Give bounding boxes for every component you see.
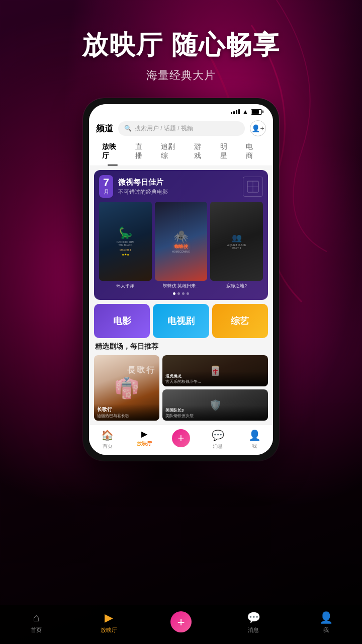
poster-label-quiet: 寂静之地2 bbox=[226, 283, 247, 289]
drama-card-sub1[interactable]: 🀄 追虎擒龙 古天乐的权钱斗争... bbox=[162, 355, 268, 386]
category-tv-label: 电视剧 bbox=[167, 315, 195, 327]
drama-sub2-label: 美国队长3 bbox=[165, 408, 265, 413]
page-content: 放映厅 随心畅享 海量经典大片 ▲ bbox=[0, 0, 362, 644]
battery-icon bbox=[251, 109, 262, 115]
poster-img-quiet: 👥 A QUIET PLACE PART II bbox=[210, 202, 263, 281]
posters-row: 🦕 PACIFIC RIM THE BLACK MARCH 4 ★★★ bbox=[99, 202, 263, 289]
content-area: 7 月 微视每日佳片 不可错过的经典电影 bbox=[89, 166, 273, 425]
poster-item-spider[interactable]: 🕷️ 蜘蛛侠 HOMECOMING 蜘蛛侠:英雄归来... bbox=[155, 202, 208, 289]
phone-nav-me[interactable]: 👤 我 bbox=[236, 429, 273, 450]
phone-nav-fangying[interactable]: ▶ 放映厅 bbox=[126, 429, 162, 450]
date-num: 7 bbox=[103, 177, 109, 188]
drama-sub-column: 🀄 追虎擒龙 古天乐的权钱斗争... 🛡 bbox=[162, 355, 268, 421]
drama-sub1-label: 追虎擒龙 bbox=[165, 373, 265, 379]
message-label: 消息 bbox=[213, 443, 223, 450]
section-header: 精选剧场，每日推荐 bbox=[94, 342, 268, 351]
drama-main-info: 长歌行 迪丽热巴与君长歌 bbox=[94, 404, 159, 421]
drama-card-main[interactable]: 長歌行 👘 长歌行 迪丽热巴与君长歌 bbox=[94, 355, 159, 421]
app-header: 频道 🔍 搜索用户 / 话题 / 视频 👤+ bbox=[89, 117, 273, 140]
categories: 电影 电视剧 综艺 bbox=[94, 304, 268, 338]
category-tv[interactable]: 电视剧 bbox=[153, 304, 209, 338]
poster-item-quiet[interactable]: 👥 A QUIET PLACE PART II 寂静之地2 bbox=[210, 202, 263, 289]
tab-ecommerce[interactable]: 电商 bbox=[240, 140, 266, 163]
drama-main-cast: 迪丽热巴与君长歌 bbox=[97, 413, 156, 419]
status-icons: ▲ bbox=[231, 108, 262, 115]
dot-1 bbox=[173, 292, 175, 295]
phone-mockup: ▲ 频道 🔍 搜索用户 / 话题 / 视频 👤+ 放映厅 bbox=[83, 98, 279, 461]
user-add-icon: 👤+ bbox=[251, 124, 264, 132]
signal-bars-icon bbox=[231, 109, 240, 114]
dot-4 bbox=[187, 292, 189, 295]
drama-sub2-info: 美国队长3 美队钢铁侠决裂 bbox=[162, 406, 268, 421]
home-icon: 🏠 bbox=[101, 429, 114, 441]
featured-header: 7 月 微视每日佳片 不可错过的经典电影 bbox=[99, 175, 263, 198]
phone-screen: ▲ 频道 🔍 搜索用户 / 话题 / 视频 👤+ 放映厅 bbox=[89, 104, 273, 455]
poster-label-pacific: 环太平洋 bbox=[116, 283, 134, 289]
poster-label-spider: 蜘蛛侠:英雄归来... bbox=[163, 283, 200, 289]
date-badge: 7 月 bbox=[99, 175, 113, 198]
phone-nav-message[interactable]: 💬 消息 bbox=[200, 429, 236, 450]
featured-card[interactable]: 7 月 微视每日佳片 不可错过的经典电影 bbox=[94, 170, 268, 300]
status-bar: ▲ bbox=[89, 104, 273, 117]
featured-desc: 不可错过的经典电影 bbox=[118, 188, 238, 196]
poster-item-pacific[interactable]: 🦕 PACIFIC RIM THE BLACK MARCH 4 ★★★ bbox=[99, 202, 152, 289]
me-label: 我 bbox=[252, 443, 257, 450]
date-unit: 月 bbox=[103, 188, 109, 196]
message-icon: 💬 bbox=[212, 429, 224, 441]
fangying-nav-label: 放映厅 bbox=[137, 440, 152, 447]
wifi-icon: ▲ bbox=[242, 108, 248, 115]
featured-logo bbox=[243, 177, 263, 197]
drama-sub1-info: 追虎擒龙 古天乐的权钱斗争... bbox=[162, 371, 268, 386]
drama-main-name: 长歌行 bbox=[97, 406, 156, 413]
featured-info: 微视每日佳片 不可错过的经典电影 bbox=[118, 178, 238, 196]
app-header-title: 频道 bbox=[96, 123, 113, 134]
hero-subtitle: 海量经典大片 bbox=[146, 68, 216, 83]
search-icon: 🔍 bbox=[124, 125, 132, 132]
phone-nav-plus[interactable]: + bbox=[162, 429, 199, 450]
drama-card-sub2[interactable]: 🛡️ 美国队长3 美队钢铁侠决裂 bbox=[162, 389, 268, 421]
search-bar[interactable]: 🔍 搜索用户 / 话题 / 视频 bbox=[118, 121, 245, 136]
featured-title: 微视每日佳片 bbox=[118, 178, 238, 187]
user-add-button[interactable]: 👤+ bbox=[250, 120, 266, 136]
drama-sub1-cast: 古天乐的权钱斗争... bbox=[165, 379, 265, 384]
dot-3 bbox=[182, 292, 185, 295]
phone-bottom-nav: 🏠 首页 ▶ 放映厅 + 💬 消息 👤 我 bbox=[89, 425, 273, 455]
search-placeholder-text: 搜索用户 / 话题 / 视频 bbox=[135, 124, 193, 133]
tab-fangying[interactable]: 放映厅 bbox=[96, 140, 129, 163]
plus-button[interactable]: + bbox=[172, 429, 190, 447]
phone-nav-home[interactable]: 🏠 首页 bbox=[89, 429, 126, 450]
dot-2 bbox=[177, 292, 180, 295]
fangying-icon: ▶ bbox=[141, 429, 147, 439]
category-movie-label: 电影 bbox=[113, 315, 131, 327]
tab-dramas[interactable]: 追剧综 bbox=[155, 140, 188, 163]
tab-games[interactable]: 游戏 bbox=[188, 140, 214, 163]
drama-sub2-cast: 美队钢铁侠决裂 bbox=[165, 413, 265, 419]
hero-title: 放映厅 随心畅享 bbox=[82, 28, 280, 63]
category-variety-label: 综艺 bbox=[231, 315, 249, 327]
poster-img-spider: 🕷️ 蜘蛛侠 HOMECOMING bbox=[155, 202, 208, 281]
nav-tabs: 放映厅 直播 追剧综 游戏 明星 电商 bbox=[89, 140, 273, 166]
home-label: 首页 bbox=[103, 443, 113, 450]
tab-live[interactable]: 直播 bbox=[129, 140, 155, 163]
category-movie[interactable]: 电影 bbox=[94, 304, 150, 338]
tab-stars[interactable]: 明星 bbox=[214, 140, 240, 163]
carousel-dots bbox=[99, 292, 263, 295]
poster-img-pacific: 🦕 PACIFIC RIM THE BLACK MARCH 4 ★★★ bbox=[99, 202, 152, 281]
drama-row: 長歌行 👘 长歌行 迪丽热巴与君长歌 bbox=[94, 355, 268, 421]
me-icon: 👤 bbox=[248, 429, 261, 441]
category-variety[interactable]: 综艺 bbox=[212, 304, 268, 338]
